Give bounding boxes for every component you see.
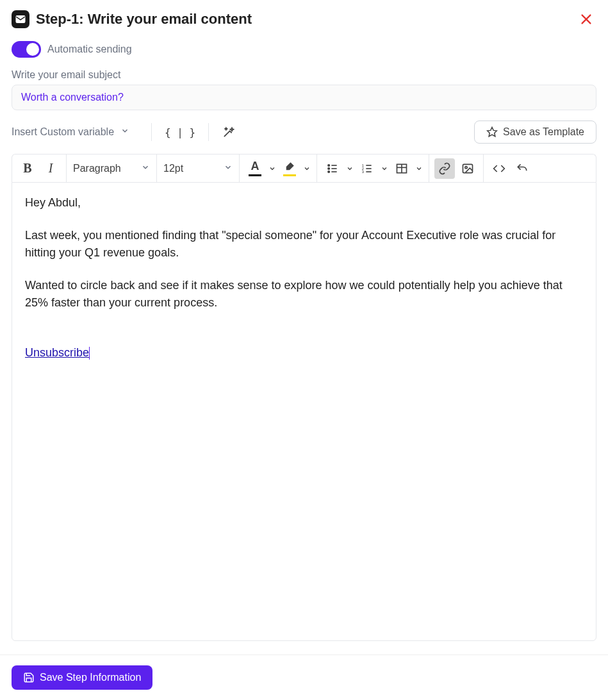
close-button[interactable]: [576, 9, 596, 29]
body-paragraph-1: Last week, you mentioned finding that "s…: [25, 227, 583, 262]
svg-marker-6: [488, 128, 497, 137]
body-greeting: Hey Abdul,: [25, 194, 583, 212]
italic-button[interactable]: I: [40, 158, 61, 179]
save-template-label: Save as Template: [503, 126, 584, 138]
svg-point-23: [465, 166, 467, 168]
highlight-color-button[interactable]: [279, 158, 300, 179]
paragraph-style-select[interactable]: Paragraph: [67, 154, 156, 182]
highlight-color-swatch: [283, 174, 296, 176]
modal-footer: Save Step Information: [0, 654, 608, 700]
unsubscribe-link[interactable]: Unsubscribe: [25, 346, 89, 359]
insert-link-button[interactable]: [434, 158, 455, 179]
modal-title: Step-1: Write your email content: [36, 11, 252, 28]
save-as-template-button[interactable]: Save as Template: [474, 121, 596, 144]
email-body-editor[interactable]: Hey Abdul, Last week, you mentioned find…: [12, 183, 596, 373]
text-color-dropdown[interactable]: [267, 158, 278, 179]
chevron-down-icon: [141, 163, 150, 174]
highlight-color-dropdown[interactable]: [301, 158, 313, 179]
subject-label: Write your email subject: [12, 69, 596, 81]
auto-sending-toggle[interactable]: [12, 41, 41, 58]
paragraph-style-value: Paragraph: [73, 163, 121, 174]
svg-point-11: [328, 171, 330, 172]
star-icon: [486, 126, 498, 138]
subject-input[interactable]: [12, 85, 596, 110]
secondary-row: Insert Custom variable { | } Save as Tem…: [0, 110, 608, 150]
separator: [151, 123, 152, 141]
body-paragraph-2: Wanted to circle back and see if it make…: [25, 277, 583, 312]
text-cursor: [89, 347, 90, 360]
save-step-button[interactable]: Save Step Information: [12, 665, 152, 690]
numbered-list-button[interactable]: 123: [357, 158, 377, 179]
toggle-knob: [26, 43, 39, 56]
code-view-button[interactable]: [489, 158, 509, 179]
subject-block: Write your email subject: [0, 69, 608, 110]
editor-toolbar: B I Paragraph 12pt A 123: [12, 154, 596, 182]
text-color-swatch: [249, 174, 261, 176]
table-button[interactable]: [391, 158, 412, 179]
svg-text:3: 3: [362, 169, 364, 173]
bullet-list-dropdown[interactable]: [344, 158, 356, 179]
auto-sending-row: Automatic sending: [0, 35, 608, 69]
bullet-list-button[interactable]: [322, 158, 343, 179]
insert-custom-variable-dropdown[interactable]: Insert Custom variable: [12, 126, 142, 138]
save-icon: [23, 672, 35, 683]
table-dropdown[interactable]: [413, 158, 425, 179]
editor-frame: Hey Abdul, Last week, you mentioned find…: [12, 182, 596, 641]
chevron-down-icon: [224, 163, 233, 174]
auto-sending-label: Automatic sending: [47, 44, 132, 55]
numbered-list-dropdown[interactable]: [379, 158, 390, 179]
separator: [208, 123, 209, 141]
font-size-value: 12pt: [163, 163, 183, 174]
modal-header: Step-1: Write your email content: [0, 0, 608, 35]
svg-point-9: [328, 167, 330, 169]
insert-merge-field-button[interactable]: { | }: [161, 126, 199, 138]
svg-point-7: [328, 164, 330, 166]
text-color-button[interactable]: A: [245, 158, 265, 179]
chevron-down-icon: [120, 126, 129, 138]
mail-icon: [12, 10, 29, 28]
bold-button[interactable]: B: [17, 158, 38, 179]
undo-button[interactable]: [512, 158, 532, 179]
custom-variable-label: Insert Custom variable: [12, 126, 114, 138]
insert-image-button[interactable]: [457, 158, 478, 179]
magic-write-button[interactable]: [218, 121, 240, 143]
font-size-select[interactable]: 12pt: [157, 154, 239, 182]
save-step-label: Save Step Information: [40, 672, 141, 683]
